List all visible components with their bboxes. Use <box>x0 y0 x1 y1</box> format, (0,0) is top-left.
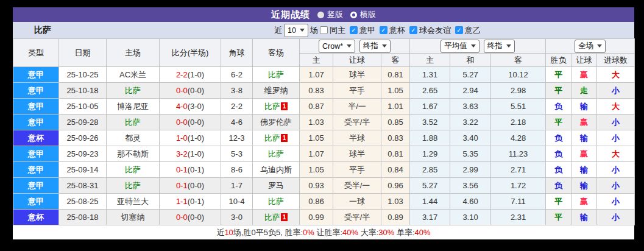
avg-home-cell: 1.29 <box>410 146 450 162</box>
league-badge[interactable]: 意甲 <box>13 67 59 83</box>
match-date: 25-09-14 <box>59 162 107 178</box>
league-badge[interactable]: 意杯 <box>13 130 59 146</box>
avg-draw-cell: 3.22 <box>450 115 491 130</box>
avg-time-select[interactable]: 终指 <box>484 40 515 53</box>
chevron-down-icon <box>597 44 602 48</box>
home-team[interactable]: 比萨 <box>107 115 160 130</box>
col-header-handicap-result: 让球 <box>571 54 597 67</box>
home-team[interactable]: 比萨 <box>107 162 160 178</box>
odds-home-cell: 0.93 <box>300 178 333 194</box>
away-team[interactable]: 佛罗伦萨 <box>253 115 300 130</box>
home-team[interactable]: 比萨 <box>107 178 160 194</box>
radio-horizontal[interactable]: 横版 <box>350 9 376 20</box>
away-team[interactable]: 维罗纳 <box>253 83 300 99</box>
away-team[interactable]: 比萨 <box>253 194 300 210</box>
odds-time-select[interactable]: 终指 <box>359 40 391 53</box>
league-badge[interactable]: 意甲 <box>13 83 59 99</box>
handicap-outcome-cell: 走 <box>571 83 597 99</box>
match-date: 25-08-25 <box>59 194 107 210</box>
checkbox-club-friendly-label[interactable]: 球会友谊 <box>419 25 451 36</box>
checkbox-coppa-italia-label[interactable]: 意杯 <box>389 25 405 36</box>
corners-cell: 3-8 <box>221 83 253 99</box>
results-body: 意甲 25-10-25 AC米兰 2-2(1-0) 6-2 比萨 1.07 球半… <box>13 67 635 225</box>
avg-draw-cell: 3.63 <box>450 99 491 115</box>
col-header-score: 比分(半场) <box>160 39 221 67</box>
home-team[interactable]: 切塞纳 <box>107 210 160 225</box>
scope-select[interactable]: 全场 <box>575 40 606 53</box>
away-team[interactable]: 比萨 <box>253 67 300 83</box>
radio-vertical[interactable]: 竖版 <box>317 9 343 20</box>
recent-count-select[interactable]: 10 <box>284 24 308 37</box>
checkbox-same-home[interactable] <box>320 26 328 34</box>
avg-away-cell: 1.72 <box>491 178 546 194</box>
team-name: 比萨 <box>34 25 51 36</box>
checkbox-coppa-italia[interactable]: ✓ <box>380 26 387 34</box>
home-team[interactable]: 那不勒斯 <box>107 146 160 162</box>
checkbox-same-home-label[interactable]: 同主 <box>330 25 345 36</box>
odds-group-header: Crow* 终指 <box>300 39 410 54</box>
table-row: 意甲 25-10-18 比萨 0-0(0-0) 3-8 维罗纳 0.83 平手 … <box>13 83 635 99</box>
match-date: 25-08-31 <box>59 178 107 194</box>
league-badge[interactable]: 意甲 <box>13 162 59 178</box>
home-team[interactable]: 博洛尼亚 <box>107 99 160 115</box>
avg-home-cell: 1.44 <box>410 194 450 210</box>
table-row: 意甲 25-10-05 博洛尼亚 4-0(3-0) 2-2 比萨1 0.87 半… <box>13 99 635 115</box>
chevron-down-icon <box>300 29 305 32</box>
home-team[interactable]: AC米兰 <box>107 67 160 83</box>
score-cell: 0-0(0-0) <box>160 83 221 99</box>
col-header-type: 类型 <box>13 39 59 67</box>
odds-home-cell: 0.83 <box>300 83 333 99</box>
result-outcome-cell: 平 <box>546 115 571 130</box>
league-badge[interactable]: 意甲 <box>13 99 59 115</box>
radio-vertical-label: 竖版 <box>327 9 343 20</box>
col-header-result: 胜负 <box>546 54 571 67</box>
score-cell: 0-1(0-1) <box>160 162 221 178</box>
bookmaker-select[interactable]: Crow* <box>319 40 355 53</box>
home-team[interactable]: 都灵 <box>107 130 160 146</box>
league-badge[interactable]: 意甲 <box>13 178 59 194</box>
result-outcome-cell: 平 <box>546 83 571 99</box>
home-team[interactable]: 亚特兰大 <box>107 194 160 210</box>
league-badge[interactable]: 意甲 <box>13 194 59 210</box>
handicap-outcome-cell: 赢 <box>571 115 597 130</box>
col-header-odds-handicap: 让球 <box>333 54 381 67</box>
table-row: 意甲 25-09-23 那不勒斯 3-2(1-0) 5-3 比萨 1.07 球半… <box>13 146 635 162</box>
result-outcome-cell: 平 <box>546 194 571 210</box>
odds-handicap-cell: 球半 <box>333 67 381 83</box>
match-date: 25-10-18 <box>59 83 107 99</box>
away-team[interactable]: 比萨1 <box>253 210 300 225</box>
league-badge[interactable]: 意甲 <box>13 146 59 162</box>
league-badge[interactable]: 意甲 <box>13 115 59 130</box>
col-header-odds-home: 主 <box>300 54 333 67</box>
away-team[interactable]: 比萨1 <box>253 99 300 115</box>
goals-outcome-cell: 小 <box>597 83 635 99</box>
checkbox-serie-b[interactable]: ✓ <box>455 26 463 34</box>
odds-away-cell: 1.01 <box>381 99 410 115</box>
checkbox-club-friendly[interactable]: ✓ <box>409 26 417 34</box>
checkbox-serie-a-label[interactable]: 意甲 <box>359 25 375 36</box>
odds-away-cell: 0.81 <box>381 67 410 83</box>
avg-home-cell: 2.65 <box>410 83 450 99</box>
radio-selected-icon[interactable] <box>317 12 324 18</box>
radio-unselected-icon[interactable] <box>350 12 357 18</box>
checkbox-serie-b-label[interactable]: 意乙 <box>465 25 481 36</box>
odds-home-cell: 1.05 <box>300 130 333 146</box>
away-team[interactable]: 比萨1 <box>253 130 300 146</box>
goals-outcome-cell: 小 <box>597 115 635 130</box>
avg-home-cell: 1.31 <box>410 67 450 83</box>
odds-home-cell: 0.86 <box>300 194 333 210</box>
away-team[interactable]: 比萨 <box>253 146 300 162</box>
match-date: 25-09-23 <box>59 146 107 162</box>
away-team[interactable]: 乌迪内斯 <box>253 162 300 178</box>
avg-away-cell: 2.98 <box>491 83 546 99</box>
table-row: 意甲 25-10-25 AC米兰 2-2(1-0) 6-2 比萨 1.07 球半… <box>13 67 635 83</box>
checkbox-serie-a[interactable]: ✓ <box>350 26 358 34</box>
goals-outcome-cell: 大 <box>597 67 635 83</box>
score-cell: 2-2(1-0) <box>160 67 221 83</box>
avg-select[interactable]: 平均值 <box>441 40 479 53</box>
avg-draw-cell: 2.94 <box>450 83 491 99</box>
home-team[interactable]: 比萨 <box>107 83 160 99</box>
away-team[interactable]: 罗马 <box>253 178 300 194</box>
col-header-corners: 角球 <box>221 39 253 67</box>
league-badge[interactable]: 意杯 <box>13 210 59 225</box>
